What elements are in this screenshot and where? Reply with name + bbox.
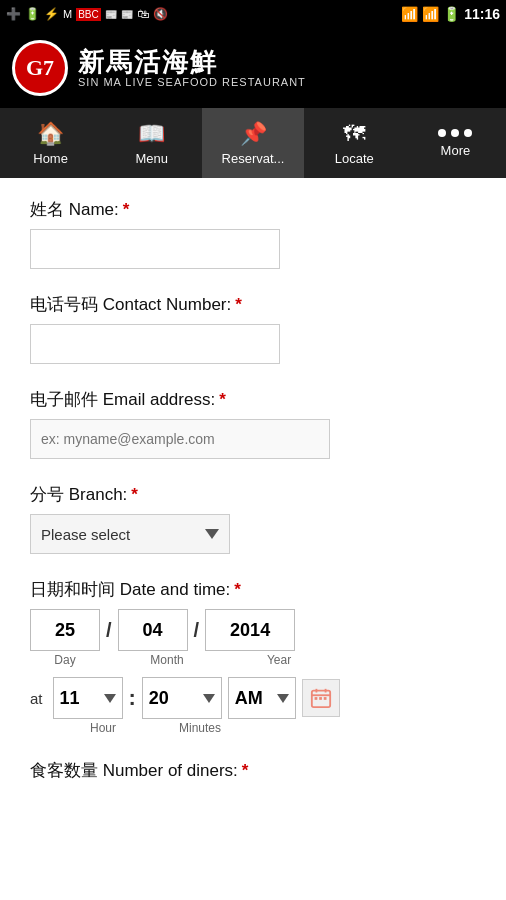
name-field-group: 姓名 Name: * <box>30 198 476 269</box>
email-label: 电子邮件 Email address: * <box>30 388 476 411</box>
battery-level-icon: 🔋 <box>443 6 460 22</box>
home-icon: 🏠 <box>37 121 64 147</box>
svg-rect-6 <box>324 697 327 700</box>
calendar-button[interactable] <box>302 679 340 717</box>
news-icon: 📰 <box>105 9 117 20</box>
battery-icon: 🔋 <box>25 7 40 21</box>
restaurant-name-chinese: 新馬活海鮮 <box>78 48 306 77</box>
usb-icon: ⚡ <box>44 7 59 21</box>
branch-field-group: 分号 Branch: * Please select <box>30 483 476 554</box>
date-sublabels: Day Month Year <box>30 653 476 667</box>
nav-home-label: Home <box>33 151 68 166</box>
hour-arrow-icon <box>104 694 116 703</box>
svg-rect-5 <box>319 697 322 700</box>
ampm-arrow-icon <box>277 694 289 703</box>
form-content: 姓名 Name: * 电话号码 Contact Number: * 电子邮件 E… <box>0 178 506 826</box>
logo: G7 <box>12 40 68 96</box>
nav-more-label: More <box>441 143 471 158</box>
nav-locate-label: Locate <box>335 151 374 166</box>
news2-icon: 📰 <box>121 9 133 20</box>
contact-input[interactable] <box>30 324 280 364</box>
ampm-input[interactable]: AM <box>228 677 296 719</box>
minutes-label: Minutes <box>160 721 240 735</box>
signal-icon: 📶 <box>422 6 439 22</box>
status-icons-left: ➕ 🔋 ⚡ M BBC 📰 📰 🛍 🔇 <box>6 7 168 21</box>
month-input[interactable]: 04 <box>118 609 188 651</box>
nav-more[interactable]: More <box>405 108 506 178</box>
branch-label: 分号 Branch: * <box>30 483 476 506</box>
email-field-group: 电子邮件 Email address: * <box>30 388 476 459</box>
reservation-icon: 📌 <box>240 121 267 147</box>
nav-menu-label: Menu <box>136 151 169 166</box>
nav-reservation[interactable]: 📌 Reservat... <box>202 108 303 178</box>
minutes-input[interactable]: 20 <box>142 677 222 719</box>
more-dots-icon <box>438 129 472 137</box>
datetime-field-group: 日期和时间 Date and time: * 25 / 04 / 2014 Da… <box>30 578 476 735</box>
date-sep-1: / <box>106 619 112 642</box>
day-label: Day <box>30 653 100 667</box>
name-input[interactable] <box>30 229 280 269</box>
menu-icon: 📖 <box>138 121 165 147</box>
contact-field-group: 电话号码 Contact Number: * <box>30 293 476 364</box>
day-input[interactable]: 25 <box>30 609 100 651</box>
hour-input[interactable]: 11 <box>53 677 123 719</box>
branch-placeholder: Please select <box>41 526 130 543</box>
time-row: at 11 : 20 AM <box>30 677 476 719</box>
at-label: at <box>30 690 43 707</box>
status-icons-right: 📶 📶 🔋 11:16 <box>401 6 500 22</box>
wifi-icon: 📶 <box>401 6 418 22</box>
locate-icon: 🗺 <box>343 121 365 147</box>
restaurant-name-english: SIN MA LIVE SEAFOOD RESTAURANT <box>78 76 306 88</box>
date-row: 25 / 04 / 2014 <box>30 609 476 651</box>
date-sep-2: / <box>194 619 200 642</box>
time-sublabels: Hour Minutes <box>68 721 476 735</box>
name-label: 姓名 Name: * <box>30 198 476 221</box>
nav-reservation-label: Reservat... <box>222 151 285 166</box>
nav-menu[interactable]: 📖 Menu <box>101 108 202 178</box>
status-bar: ➕ 🔋 ⚡ M BBC 📰 📰 🛍 🔇 📶 📶 🔋 11:16 <box>0 0 506 28</box>
diners-label: 食客数量 Number of diners: * <box>30 759 476 782</box>
datetime-label: 日期和时间 Date and time: * <box>30 578 476 601</box>
gmail-icon: M <box>63 8 72 20</box>
calendar-icon <box>310 687 332 709</box>
diners-field-group: 食客数量 Number of diners: * <box>30 759 476 782</box>
app-header: G7 新馬活海鮮 SIN MA LIVE SEAFOOD RESTAURANT <box>0 28 506 108</box>
bbc-icon: BBC <box>76 8 101 21</box>
email-input[interactable] <box>30 419 330 459</box>
nav-bar: 🏠 Home 📖 Menu 📌 Reservat... 🗺 Locate Mor… <box>0 108 506 178</box>
shop-icon: 🛍 <box>137 7 149 21</box>
header-text: 新馬活海鮮 SIN MA LIVE SEAFOOD RESTAURANT <box>78 48 306 89</box>
month-label: Month <box>132 653 202 667</box>
select-arrow-icon <box>205 529 219 539</box>
branch-select[interactable]: Please select <box>30 514 230 554</box>
add-icon: ➕ <box>6 7 21 21</box>
year-label: Year <box>234 653 324 667</box>
clock: 11:16 <box>464 6 500 22</box>
year-input[interactable]: 2014 <box>205 609 295 651</box>
minutes-arrow-icon <box>203 694 215 703</box>
contact-label: 电话号码 Contact Number: * <box>30 293 476 316</box>
svg-rect-4 <box>314 697 317 700</box>
hour-label: Hour <box>68 721 138 735</box>
nav-home[interactable]: 🏠 Home <box>0 108 101 178</box>
mute-icon: 🔇 <box>153 7 168 21</box>
nav-locate[interactable]: 🗺 Locate <box>304 108 405 178</box>
time-colon: : <box>129 685 136 711</box>
